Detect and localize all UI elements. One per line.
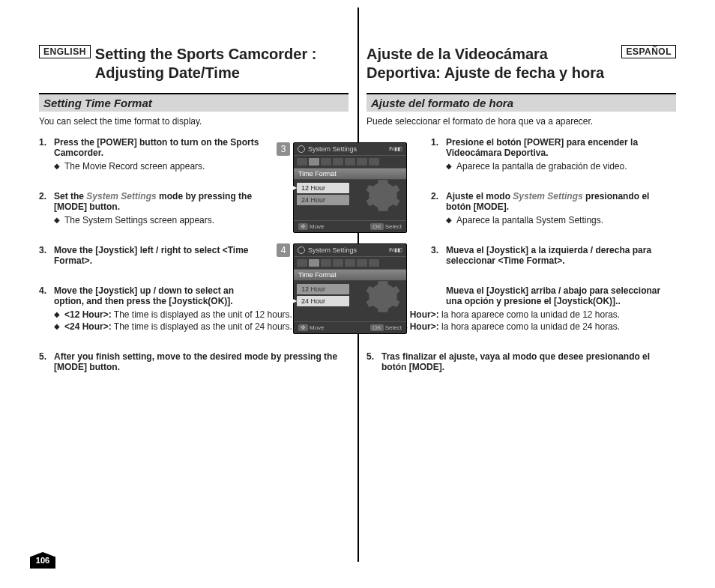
move-chip-icon: ✥	[298, 324, 308, 331]
step2-sub-es: Aparece la pantalla System Settings.	[446, 215, 676, 225]
subhead-es: Ajuste del formato de hora	[366, 94, 676, 112]
ok-chip-icon: OK	[370, 223, 384, 230]
gear-icon	[298, 246, 305, 254]
page-number: 106	[30, 552, 55, 569]
step1-sub-es: Aparece la pantalla de grabación de vide…	[446, 161, 676, 172]
screen-header-text: System Settings	[308, 246, 386, 254]
center-screenshots: 3 System Settings IN ▮▮▯ Time Format ▶ 1…	[293, 142, 422, 345]
option-24-hour: 24 Hour	[297, 296, 349, 306]
step4-title-en: Move the [Joystick] up / down to select …	[54, 285, 264, 306]
step5-title-en: After you finish setting, move to the de…	[54, 351, 349, 372]
gear-background-icon	[364, 278, 402, 317]
step3-title-en: Move the [Joystick] left / right to sele…	[54, 245, 264, 266]
step1-title-es: Presione el botón [POWER] para encender …	[446, 137, 676, 158]
step4-sub2-es: <24 Hour>: la hora aparece como la unida…	[381, 321, 676, 332]
step2-title-en: Set the System Settings mode by pressing…	[54, 191, 264, 212]
step3-title-es: Mueva el [Joystick] a la izquierda / der…	[446, 245, 676, 266]
gear-icon	[298, 145, 305, 153]
screenshot-4: 4 System Settings IN ▮▮▯ Time Format 12 …	[293, 243, 422, 334]
step4-title-es: Mueva el [Joystick] arriba / abajo para …	[381, 285, 676, 306]
lang-badge-es: ESPAÑOL	[621, 45, 676, 58]
intro-en: You can select the time format to displa…	[39, 116, 349, 127]
storage-indicator-icon: IN ▮▮▯	[389, 146, 402, 152]
screenshot-4-number: 4	[277, 243, 290, 257]
title-es: Ajuste de la Videocámara Deportiva: Ajus…	[366, 45, 617, 82]
move-chip-icon: ✥	[298, 223, 308, 230]
screen-header-text: System Settings	[308, 145, 386, 153]
selection-arrow-icon: ▶	[292, 184, 297, 191]
title-en: Setting the Sports Camcorder : Adjusting…	[95, 45, 349, 82]
settings-tabs	[294, 257, 406, 270]
intro-es: Puede seleccionar el formato de hora que…	[366, 116, 676, 127]
option-12-hour: 12 Hour	[297, 284, 349, 294]
selection-arrow-icon: ▶	[292, 297, 297, 304]
ok-chip-icon: OK	[370, 324, 384, 331]
option-24-hour: 24 Hour	[297, 195, 349, 205]
step2-title-es: Ajuste el modo System Settings presionan…	[446, 191, 676, 212]
screenshot-3-number: 3	[277, 142, 290, 156]
step4-sub1-es: <12 Hour>: la hora aparece como la unida…	[381, 309, 676, 320]
storage-indicator-icon: IN ▮▮▯	[389, 247, 402, 253]
subhead-en: Setting Time Format	[39, 94, 349, 112]
screenshot-3: 3 System Settings IN ▮▮▯ Time Format ▶ 1…	[293, 142, 422, 233]
lang-badge-en: ENGLISH	[39, 45, 91, 58]
option-12-hour: 12 Hour	[297, 183, 349, 193]
gear-background-icon	[364, 177, 402, 216]
step5-title-es: Tras finalizar el ajuste, vaya al modo q…	[381, 351, 676, 372]
settings-tabs	[294, 156, 406, 169]
step1-title-en: Press the [POWER] button to turn on the …	[54, 137, 264, 158]
